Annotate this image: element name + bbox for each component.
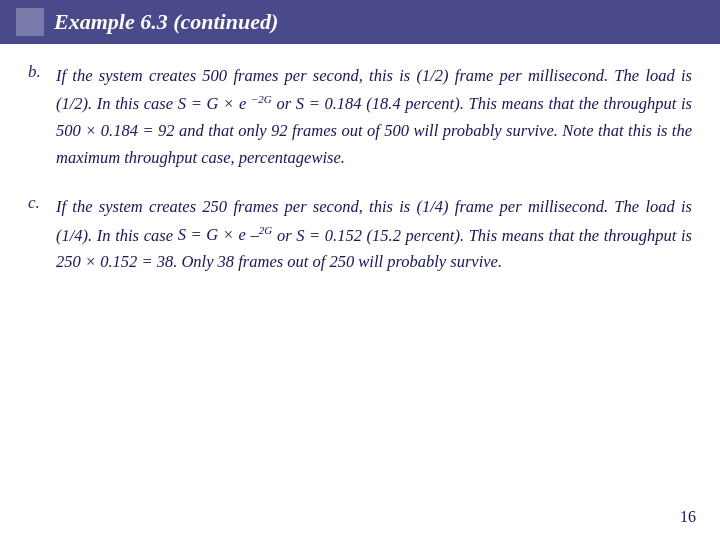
section-c-label: c. <box>28 193 56 213</box>
header: Example 6.3 (continued) <box>0 0 720 44</box>
equation-c: S = G × e –2G <box>178 225 273 244</box>
header-title: Example 6.3 (continued) <box>54 9 278 35</box>
section-b: b. If the system creates 500 frames per … <box>28 62 692 171</box>
section-c-text: If the system creates 250 frames per sec… <box>56 193 692 275</box>
page-number: 16 <box>680 508 696 526</box>
equation-b: S = G × e −2G <box>178 94 272 113</box>
section-b-label: b. <box>28 62 56 82</box>
section-b-text: If the system creates 500 frames per sec… <box>56 62 692 171</box>
content-area: b. If the system creates 500 frames per … <box>0 44 720 316</box>
header-accent-box <box>16 8 44 36</box>
page: Example 6.3 (continued) b. If the system… <box>0 0 720 540</box>
section-c: c. If the system creates 250 frames per … <box>28 193 692 275</box>
